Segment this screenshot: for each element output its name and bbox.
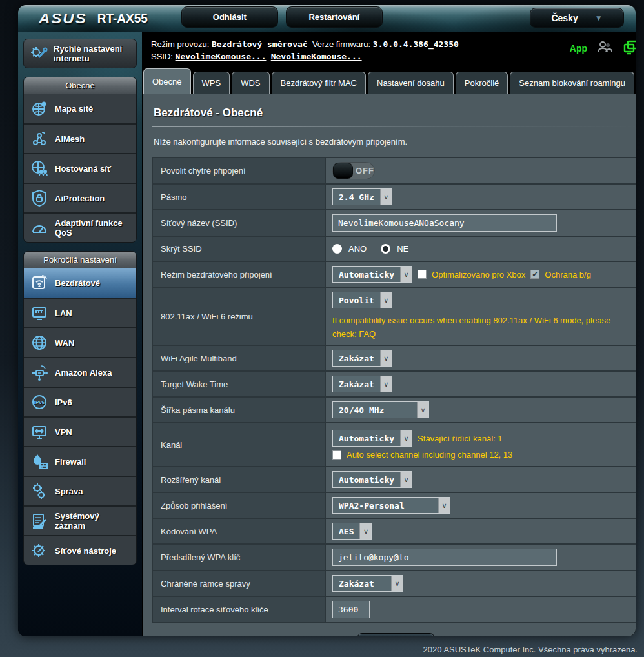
field-label: Pásmo bbox=[153, 185, 326, 209]
sidebar-item-label: Amazon Alexa bbox=[55, 368, 112, 378]
tab-roaming-block[interactable]: Seznam blokování roamingu bbox=[510, 72, 634, 94]
sidebar-item-wan[interactable]: WAN bbox=[24, 327, 136, 357]
firewall-icon bbox=[30, 452, 49, 471]
sidebar-item-administration[interactable]: Správa bbox=[24, 476, 136, 505]
sidebar-item-label: Bezdrátové bbox=[55, 278, 100, 288]
chevron-down-icon: ∨ bbox=[380, 350, 392, 366]
sidebar-item-firewall[interactable]: Firewall bbox=[24, 446, 136, 476]
sidebar-item-label: IPv6 bbox=[55, 398, 72, 407]
svg-text:IPv6: IPv6 bbox=[34, 399, 45, 405]
sidebar-item-label: AiMesh bbox=[55, 134, 85, 144]
radio-label: ANO bbox=[348, 244, 367, 254]
field-label: Síťový název (SSID) bbox=[153, 210, 326, 236]
ssid-input[interactable] bbox=[332, 214, 557, 232]
operation-mode-link[interactable]: Bezdrátový směrovač bbox=[212, 39, 308, 49]
sidebar-item-guest-network[interactable]: Hostovaná síť bbox=[24, 153, 136, 183]
form-row: Kódování WPA AES ∨ bbox=[153, 519, 636, 545]
sidebar-item-amazon-alexa[interactable]: Amazon Alexa bbox=[24, 357, 136, 387]
copyright-text: 2020 ASUSTeK Computer Inc. Všechna práva… bbox=[423, 645, 638, 654]
chevron-down-icon: ∨ bbox=[380, 189, 392, 205]
sidebar-item-system-log[interactable]: Systémový záznam bbox=[24, 505, 136, 535]
sidebar-item-wireless[interactable]: Bezdrátové bbox=[24, 268, 136, 298]
hide-ssid-yes-radio[interactable] bbox=[332, 244, 342, 254]
auto-channel-1213-checkbox[interactable] bbox=[332, 450, 341, 460]
wpa-key-input[interactable] bbox=[332, 549, 557, 566]
sidebar-item-vpn[interactable]: VPN bbox=[24, 416, 136, 446]
form-row: Skrýt SSID ANO NE bbox=[153, 237, 636, 262]
tools-icon bbox=[30, 541, 49, 560]
tab-wds[interactable]: WDS bbox=[232, 72, 269, 94]
sidebar: Rychlé nastavení internetu Obecné Mapa s… bbox=[18, 32, 142, 636]
model-name: RT-AX55 bbox=[97, 12, 148, 26]
sidebar-item-network-tools[interactable]: Síťové nástroje bbox=[24, 535, 136, 565]
logout-button[interactable]: Odhlásit bbox=[181, 6, 278, 28]
language-select[interactable]: Česky ▼ bbox=[530, 8, 624, 28]
tab-general[interactable]: Obecné bbox=[143, 68, 191, 94]
form-row: Interval rotace síťového klíče bbox=[153, 597, 636, 623]
wpa-encryption-select[interactable]: AES ∨ bbox=[332, 523, 372, 540]
lan-icon bbox=[30, 303, 49, 323]
sidebar-item-network-map[interactable]: Mapa sítě bbox=[24, 94, 136, 123]
firmware-version-link[interactable]: 3.0.0.4.386_42350 bbox=[373, 39, 459, 49]
apply-button[interactable]: Použít bbox=[357, 633, 435, 636]
form-row: Kanál Automaticky ∨ Stávající řídící kan… bbox=[153, 423, 636, 467]
sidebar-group-title: Obecné bbox=[24, 77, 136, 94]
agile-multiband-select[interactable]: Zakázat ∨ bbox=[332, 350, 392, 367]
hide-ssid-no-radio[interactable] bbox=[381, 244, 390, 254]
field-label: Způsob přihlášení bbox=[153, 493, 326, 518]
auth-method-select[interactable]: WPA2-Personal ∨ bbox=[332, 497, 450, 514]
sidebar-item-label: VPN bbox=[55, 427, 72, 437]
form-row: Síťový název (SSID) bbox=[153, 210, 636, 237]
form-row: Rozšířený kanál Automaticky ∨ bbox=[153, 467, 636, 493]
toggle-knob bbox=[333, 163, 353, 179]
radio-label: NE bbox=[397, 244, 408, 254]
faq-link[interactable]: FAQ bbox=[359, 329, 376, 339]
field-label: Šířka pásma kanálu bbox=[153, 398, 326, 422]
bandwidth-select[interactable]: 20/40 MHz ∨ bbox=[332, 401, 429, 418]
bg-protection-checkbox[interactable] bbox=[530, 270, 539, 279]
sidebar-item-ipv6[interactable]: IPv6 IPv6 bbox=[24, 387, 136, 416]
field-label: Předsdílený WPA klíč bbox=[153, 545, 326, 570]
tab-professional[interactable]: Pokročilé bbox=[456, 72, 508, 94]
sidebar-item-aimesh[interactable]: AiMesh bbox=[24, 123, 136, 153]
sidebar-item-quick-setup[interactable]: Rychlé nastavení internetu bbox=[23, 39, 137, 68]
current-channel-note: Stávající řídící kanál: 1 bbox=[418, 434, 503, 443]
client-list-icon[interactable] bbox=[622, 39, 636, 58]
chevron-down-icon: ∨ bbox=[380, 376, 392, 392]
tab-radius[interactable]: Nastavení dosahu bbox=[368, 72, 454, 94]
sidebar-item-qos[interactable]: Adaptivní funkce QoS bbox=[24, 212, 136, 242]
field-label: Interval rotace síťového klíče bbox=[153, 597, 326, 622]
app-link[interactable]: App bbox=[570, 43, 587, 54]
extension-channel-select[interactable]: Automaticky ∨ bbox=[332, 471, 412, 488]
smart-connect-toggle[interactable]: OFF bbox=[332, 162, 375, 179]
twt-select[interactable]: Zakázat ∨ bbox=[332, 376, 392, 392]
sidebar-item-aiprotection[interactable]: AiProtection bbox=[24, 183, 136, 212]
main-area: Režim provozu: Bezdrátový směrovač Verze… bbox=[142, 32, 636, 636]
pmf-select[interactable]: Zakázat ∨ bbox=[332, 575, 403, 592]
ipv6-icon: IPv6 bbox=[30, 392, 49, 412]
reboot-button[interactable]: Restartování bbox=[286, 6, 383, 28]
tab-wps[interactable]: WPS bbox=[193, 72, 230, 94]
toggle-state: OFF bbox=[356, 166, 374, 176]
content-panel: Bezdrátové - Obecné Níže nakonfigurujte … bbox=[143, 94, 636, 636]
top-banner: ASUS RT-AX55 Odhlásit Restartování Česky… bbox=[18, 5, 636, 32]
tab-mac-filter[interactable]: Bezdrátový filtr MAC bbox=[272, 72, 366, 94]
ax-mode-select[interactable]: Povolit ∨ bbox=[332, 292, 392, 308]
form-row: 802.11ax / WiFi 6 režimu Povolit ∨ If co… bbox=[153, 288, 636, 346]
key-rotation-input[interactable] bbox=[332, 601, 370, 618]
compatibility-note: If compatibility issue occurs when enabl… bbox=[332, 314, 616, 341]
ssid-link-2[interactable]: NevolimeKomouse... bbox=[271, 52, 362, 61]
form-row: Pásmo 2.4 GHz ∨ bbox=[153, 185, 636, 210]
band-select[interactable]: 2.4 GHz ∨ bbox=[332, 188, 392, 205]
sidebar-item-lan[interactable]: LAN bbox=[24, 298, 136, 327]
ssid-link-1[interactable]: NevolimeKomouse... bbox=[176, 52, 267, 61]
form-row: Povolit chytré připojení OFF bbox=[153, 158, 636, 185]
xbox-optimized-checkbox[interactable] bbox=[418, 270, 427, 279]
sidebar-group-title: Pokročilá nastavení bbox=[24, 252, 136, 268]
wireless-mode-select[interactable]: Automaticky ∨ bbox=[332, 266, 412, 283]
channel-select[interactable]: Automaticky ∨ bbox=[332, 430, 412, 447]
sidebar-item-label: Firewall bbox=[55, 457, 86, 467]
asus-logo: ASUS bbox=[39, 10, 87, 26]
clients-icon[interactable] bbox=[596, 39, 613, 57]
field-label: Kódování WPA bbox=[153, 519, 326, 543]
